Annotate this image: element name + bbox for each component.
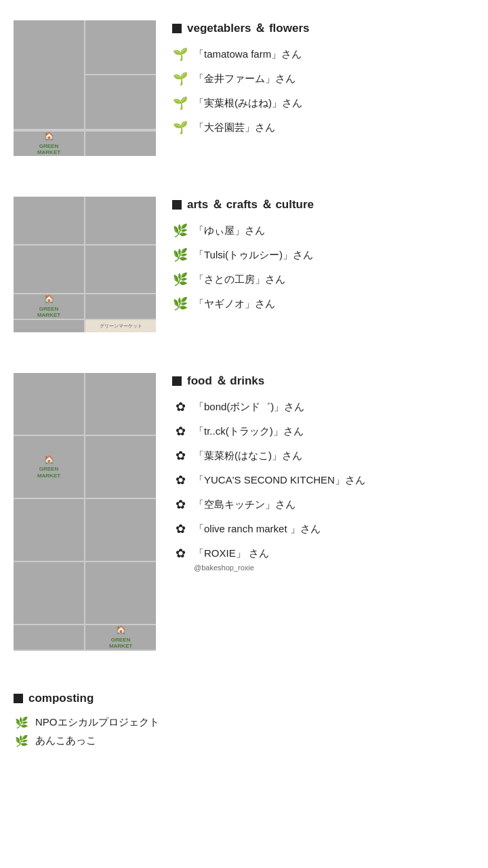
vendor-item: ✿ 「空島キッチン」さん	[172, 497, 474, 512]
arts-content: arts ＆ crafts ＆ culture 🌿 「ゆぃ屋」さん 🌿 「Tul…	[172, 197, 474, 321]
vendor-item: ✿ 「葉菜粉(はなこ)」さん	[172, 448, 474, 463]
composting-title: composting	[14, 692, 474, 705]
plant-icon: 🌱	[172, 71, 188, 86]
food-img-7	[85, 562, 156, 624]
food-icon: ✿	[172, 521, 188, 536]
food-img-4	[14, 499, 84, 561]
food-img-3	[85, 436, 156, 498]
vendor-item: ✿ 「tr..ck(トラック)」さん	[172, 424, 474, 439]
vegetables-image-grid: 🏠 GREENMARKET	[14, 20, 156, 156]
vegetables-title: vegetablers ＆ flowers	[172, 20, 474, 36]
food-icon: ✿	[172, 473, 188, 488]
food-icon: ✿	[172, 546, 188, 561]
vendor-item: 🌿 「さとの工房」さん	[172, 272, 474, 287]
food-logo-cell: 🏠 GREENMARKET	[14, 436, 84, 498]
vendor-item: 🌱 「実葉根(みはね)」さん	[172, 96, 474, 111]
arts-img-3	[14, 245, 84, 293]
food-icon: ✿	[172, 497, 188, 512]
food-img-5	[85, 499, 156, 561]
vendor-sublabel: @bakeshop_roxie	[172, 564, 474, 572]
food-section: 🏠 GREENMARKET 🏠 GREENMARKET food ＆ drink…	[0, 366, 488, 658]
composting-section: composting 🌿 NPOエシカルプロジェクト 🌿 あんこあっこ	[0, 685, 488, 760]
arts-img-6	[14, 320, 84, 332]
food-logo-cell-2: 🏠 GREENMARKET	[85, 625, 156, 650]
title-square-icon	[14, 694, 23, 703]
food-img-1	[14, 373, 84, 435]
food-icon: ✿	[172, 424, 188, 439]
food-img-6	[14, 562, 84, 624]
composting-item: 🌿 あんこあっこ	[14, 734, 474, 747]
composting-item: 🌿 NPOエシカルプロジェクト	[14, 716, 474, 729]
title-square-icon	[172, 24, 182, 33]
compost-icon: 🌿	[14, 734, 30, 747]
plant-icon: 🌱	[172, 47, 188, 62]
vendor-item: 🌿 「ゆぃ屋」さん	[172, 223, 474, 238]
veg-img-1	[14, 20, 84, 129]
veg-logo-cell: 🏠 GREENMARKET	[14, 132, 84, 156]
composting-vendor-list: 🌿 NPOエシカルプロジェクト 🌿 あんこあっこ	[14, 716, 474, 747]
arts-image-grid: 🏠 GREENMARKET グリーンマーケット	[14, 197, 156, 332]
arts-img-4	[85, 245, 156, 293]
food-icon: ✿	[172, 399, 188, 414]
veg-img-2	[85, 20, 156, 74]
arts-img-5	[85, 294, 156, 319]
arts-img-2	[85, 197, 156, 244]
food-icon: ✿	[172, 448, 188, 463]
plant-icon: 🌱	[172, 120, 188, 135]
title-square-icon	[172, 376, 182, 386]
craft-icon: 🌿	[172, 272, 188, 287]
compost-icon: 🌿	[14, 716, 30, 729]
composting-vendor-name: NPOエシカルプロジェクト	[35, 716, 159, 729]
vendor-item: ✿ 「bond(ボンド゛)」さん	[172, 399, 474, 414]
composting-vendor-name: あんこあっこ	[35, 734, 96, 747]
craft-icon: 🌿	[172, 248, 188, 262]
veg-img-6	[85, 132, 156, 156]
craft-icon: 🌿	[172, 296, 188, 311]
vendor-item: 🌱 「金井ファーム」さん	[172, 71, 474, 86]
craft-icon: 🌿	[172, 223, 188, 238]
food-content: food ＆ drinks ✿ 「bond(ボンド゛)」さん ✿ 「tr..ck…	[172, 373, 474, 581]
vendor-item: 🌿 「Tulsi(トゥルシー)」さん	[172, 248, 474, 262]
arts-logo-cell: 🏠 GREENMARKET	[14, 294, 84, 319]
food-img-2	[85, 373, 156, 435]
vendor-item: ✿ 「YUCA'S SECOND KITCHEN」さん	[172, 473, 474, 488]
arts-title: arts ＆ crafts ＆ culture	[172, 197, 474, 212]
arts-section: 🏠 GREENMARKET グリーンマーケット arts ＆ crafts ＆ …	[0, 190, 488, 339]
veg-img-3	[85, 75, 156, 129]
food-title: food ＆ drinks	[172, 373, 474, 389]
vendor-item: 🌱 「tamatowa farm」さん	[172, 47, 474, 62]
plant-icon: 🌱	[172, 96, 188, 111]
vegetables-content: vegetablers ＆ flowers 🌱 「tamatowa farm」さ…	[172, 20, 474, 144]
food-image-grid: 🏠 GREENMARKET 🏠 GREENMARKET	[14, 373, 156, 651]
arts-img-1	[14, 197, 84, 244]
food-img-8	[14, 625, 84, 650]
arts-img-7: グリーンマーケット	[85, 320, 156, 332]
title-square-icon	[172, 200, 182, 210]
vendor-item: 🌱 「大谷園芸」さん	[172, 120, 474, 135]
vendor-item: 🌿 「ヤギノオ」さん	[172, 296, 474, 311]
vendor-item: ✿ 「olive ranch market 」さん	[172, 521, 474, 536]
vendor-item: ✿ 「ROXIE」 さん	[172, 546, 474, 561]
vegetables-section: 🏠 GREENMARKET vegetablers ＆ flowers 🌱 「t…	[0, 14, 488, 163]
